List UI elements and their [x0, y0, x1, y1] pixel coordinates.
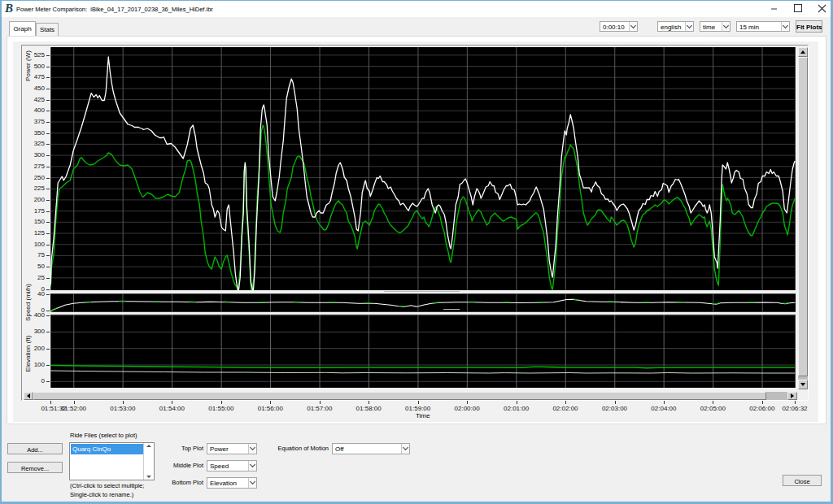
svg-text:Speed (mi/h): Speed (mi/h) [24, 284, 32, 321]
svg-text:Power (W): Power (W) [24, 50, 32, 81]
svg-text:Elevation (ft): Elevation (ft) [24, 335, 32, 371]
